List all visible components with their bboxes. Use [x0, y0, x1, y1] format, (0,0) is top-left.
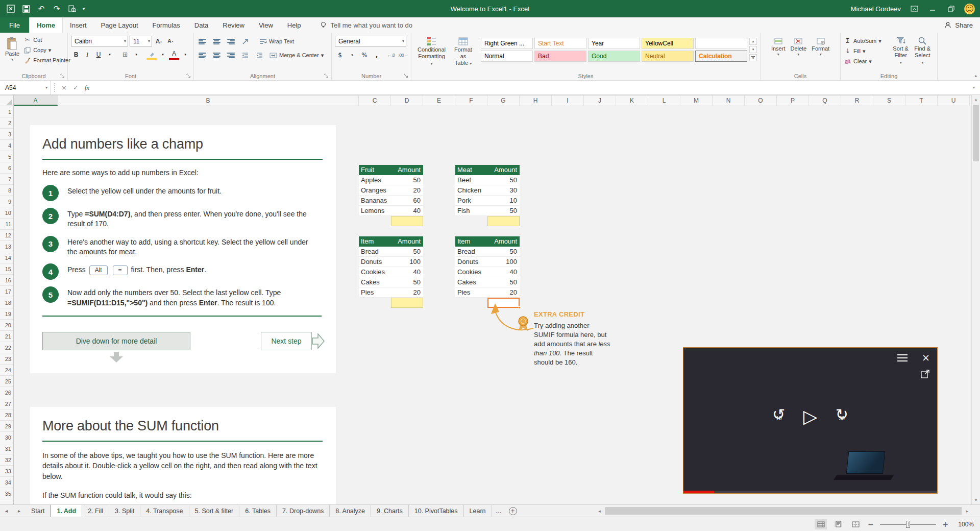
italic-button[interactable]: I [82, 50, 92, 60]
amount-cell[interactable]: 40 [510, 267, 517, 277]
vertical-scrollbar-thumb[interactable] [973, 105, 979, 161]
excel-app-icon[interactable] [3, 2, 18, 16]
column-header-P[interactable]: P [777, 95, 809, 106]
column-header-E[interactable]: E [423, 95, 455, 106]
minimize-icon[interactable] [927, 4, 938, 14]
column-header-M[interactable]: M [680, 95, 713, 106]
sheet-tab-9-charts[interactable]: 9. Charts [371, 505, 409, 517]
column-header-H[interactable]: H [520, 95, 552, 106]
fill-color-options-icon[interactable]: ▾ [158, 50, 168, 60]
zoom-slider[interactable] [880, 521, 936, 528]
table-row[interactable]: Pies20 [359, 287, 423, 298]
amount-cell[interactable]: 10 [510, 196, 517, 205]
row-header-3[interactable]: 3 [0, 129, 13, 140]
user-name[interactable]: Michael Gordeev [851, 5, 901, 13]
align-right-button[interactable] [226, 50, 236, 60]
amount-cell[interactable]: 50 [510, 175, 517, 185]
row-header-1[interactable]: 1 [0, 106, 13, 117]
column-header-I[interactable]: I [552, 95, 584, 106]
row-header-4[interactable]: 4 [0, 140, 13, 151]
video-rewind-10-button[interactable]: ↺ 10 [770, 407, 788, 426]
column-header-C[interactable]: C [359, 95, 391, 106]
table-row[interactable]: Lemons40 [359, 206, 423, 216]
accounting-options-icon[interactable]: ▾ [347, 50, 357, 60]
conditional-formatting-button[interactable]: Conditional Formatting ▾ [414, 35, 449, 68]
increase-font-size-button[interactable]: A▴ [154, 36, 164, 46]
table-row[interactable]: Cookies40 [455, 267, 520, 277]
save-icon[interactable] [18, 2, 34, 16]
format-as-table-button[interactable]: Format as Table ▾ [449, 35, 478, 68]
amount-cell[interactable]: 50 [413, 277, 421, 287]
table-row[interactable]: Donuts100 [359, 257, 423, 267]
row-header-32[interactable]: 32 [0, 454, 13, 466]
dive-down-button[interactable]: Dive down for more detail [42, 332, 190, 350]
table-row[interactable]: Cakes50 [455, 277, 520, 287]
comma-style-button[interactable]: , [372, 50, 382, 60]
row-header-34[interactable]: 34 [0, 477, 13, 488]
percent-style-button[interactable]: % [359, 50, 370, 60]
table-row[interactable]: Bananas60 [359, 196, 423, 206]
restore-icon[interactable] [946, 4, 956, 14]
cell-style-good[interactable]: Good [588, 51, 640, 62]
column-header-L[interactable]: L [648, 95, 680, 106]
row-header-31[interactable]: 31 [0, 443, 13, 454]
underline-options-icon[interactable]: ▾ [105, 50, 115, 60]
item-name-cell[interactable]: Oranges [361, 185, 386, 195]
item-name-cell[interactable]: Fish [457, 206, 470, 215]
format-painter-button[interactable]: Format Painter [23, 55, 70, 65]
amount-cell[interactable]: 50 [413, 247, 421, 256]
tab-help[interactable]: Help [280, 17, 308, 33]
cell-style-yellowcell[interactable]: YellowCell [642, 38, 694, 49]
amount-cell[interactable]: 60 [413, 196, 421, 205]
decrease-indent-button[interactable] [240, 50, 250, 60]
sheet-tab-1-add[interactable]: 1. Add [51, 505, 82, 517]
new-sheet-button[interactable]: + [505, 505, 521, 517]
tab-insert[interactable]: Insert [63, 17, 94, 33]
fill-color-button[interactable] [146, 50, 157, 60]
video-forward-30-button[interactable]: ↻ 30 [832, 407, 851, 426]
scroll-down-icon[interactable]: ▾ [972, 496, 980, 504]
amount-cell[interactable]: 100 [506, 257, 517, 267]
table-row[interactable]: Apples50 [359, 175, 423, 185]
tab-file[interactable]: File [0, 17, 29, 33]
borders-options-icon[interactable]: ▾ [131, 50, 141, 60]
scroll-up-icon[interactable]: ▴ [972, 95, 980, 104]
row-header-22[interactable]: 22 [0, 342, 13, 353]
amount-cell[interactable]: 50 [510, 247, 517, 256]
column-header-O[interactable]: O [745, 95, 777, 106]
underline-button[interactable]: U [93, 50, 104, 60]
item-name-cell[interactable]: Cookies [457, 267, 481, 277]
zoom-out-button[interactable]: − [867, 520, 875, 528]
row-header-9[interactable]: 9 [0, 196, 13, 207]
video-player[interactable]: × ↺ 10 ▷ ↻ 30 [683, 347, 938, 494]
tell-me-box[interactable]: Tell me what you want to do [320, 17, 412, 33]
merge-center-button[interactable]: Merge & Center ▾ [270, 50, 324, 60]
amount-cell[interactable]: 30 [510, 185, 517, 195]
row-header-27[interactable]: 27 [0, 398, 13, 409]
row-header-13[interactable]: 13 [0, 241, 13, 252]
column-header-S[interactable]: S [873, 95, 905, 106]
expand-formula-bar-icon[interactable]: ▾ [968, 81, 980, 94]
undo-icon[interactable]: ↶ [34, 2, 49, 16]
amount-cell[interactable]: 40 [413, 267, 421, 277]
decrease-decimal-button[interactable]: .00→ [398, 50, 408, 60]
sheet-tab-2-fill[interactable]: 2. Fill [82, 505, 109, 517]
table-row[interactable]: Pies20 [455, 287, 520, 298]
sheet-tab-start[interactable]: Start [26, 505, 51, 517]
video-progress-track[interactable] [683, 491, 937, 493]
table-row[interactable]: Cookies40 [359, 267, 423, 277]
row-header-26[interactable]: 26 [0, 387, 13, 398]
sheet-nav-left-icon[interactable]: ◂ [0, 505, 13, 517]
sheet-tab-3-split[interactable]: 3. Split [109, 505, 140, 517]
row-header-20[interactable]: 20 [0, 320, 13, 331]
cell-style-bad[interactable]: Bad [534, 51, 586, 62]
cell-style-neutral[interactable]: Neutral [642, 51, 694, 62]
formula-input[interactable] [95, 81, 968, 94]
row-header-21[interactable]: 21 [0, 331, 13, 342]
video-play-button[interactable]: ▷ [803, 407, 818, 426]
item-name-cell[interactable]: Bread [457, 247, 475, 256]
middle-align-button[interactable] [211, 36, 222, 46]
sheet-tab-7-drop-downs[interactable]: 7. Drop-downs [277, 505, 330, 517]
row-header-24[interactable]: 24 [0, 365, 13, 376]
table-row[interactable]: Chicken30 [455, 185, 520, 196]
